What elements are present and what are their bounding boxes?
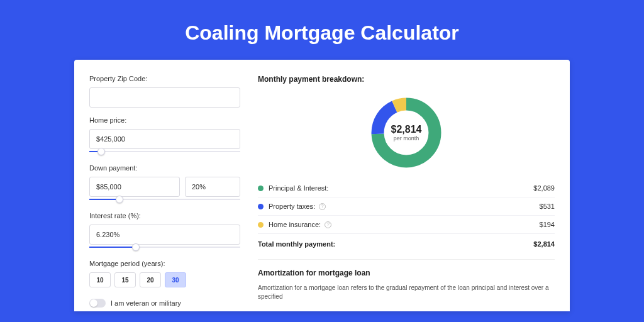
form-panel: Property Zip Code: Home price: Down paym… xyxy=(89,75,240,296)
legend-ins-value: $194 xyxy=(540,221,555,228)
legend-home-insurance: Home insurance: ? $194 xyxy=(258,216,555,234)
help-icon[interactable]: ? xyxy=(325,221,331,228)
legend-property-taxes: Property taxes: ? $531 xyxy=(258,197,555,216)
donut-sublabel: per month xyxy=(394,135,419,142)
period-option-10[interactable]: 10 xyxy=(89,272,111,287)
legend-tax-value: $531 xyxy=(540,203,555,210)
mortgage-period-options: 10152030 xyxy=(89,272,240,287)
home-price-slider[interactable] xyxy=(89,148,240,155)
down-payment-slider[interactable] xyxy=(89,196,240,203)
legend-principal-interest: Principal & Interest: $2,089 xyxy=(258,179,555,197)
interest-rate-input[interactable] xyxy=(89,225,240,245)
legend-total-label: Total monthly payment: xyxy=(258,240,533,248)
mortgage-period-label: Mortgage period (years): xyxy=(89,260,240,267)
legend-total-value: $2,814 xyxy=(533,240,555,248)
payment-donut-chart: $2,814 per month xyxy=(369,95,444,170)
period-option-30[interactable]: 30 xyxy=(165,272,186,287)
down-payment-pct-input[interactable] xyxy=(185,177,240,197)
breakdown-panel: Monthly payment breakdown: $2,814 per mo… xyxy=(258,75,555,296)
donut-amount: $2,814 xyxy=(391,124,422,135)
amortization-title: Amortization for mortgage loan xyxy=(258,269,555,277)
amortization-section: Amortization for mortgage loan Amortizat… xyxy=(258,259,555,301)
amortization-body: Amortization for a mortgage loan refers … xyxy=(258,284,555,301)
calculator-card: Property Zip Code: Home price: Down paym… xyxy=(74,60,570,311)
home-price-label: Home price: xyxy=(89,116,240,124)
interest-rate-label: Interest rate (%): xyxy=(89,212,240,219)
legend-tax-label: Property taxes: xyxy=(269,203,315,210)
period-option-20[interactable]: 20 xyxy=(140,272,161,287)
down-payment-input[interactable] xyxy=(89,177,180,197)
page-title: Coaling Mortgage Calculator xyxy=(0,0,644,60)
zip-input[interactable] xyxy=(89,87,240,108)
veteran-toggle[interactable] xyxy=(89,299,106,308)
legend-total: Total monthly payment: $2,814 xyxy=(258,234,555,257)
legend-ins-label: Home insurance: xyxy=(269,221,321,228)
breakdown-title: Monthly payment breakdown: xyxy=(258,75,555,84)
interest-rate-slider[interactable] xyxy=(89,243,240,251)
period-option-15[interactable]: 15 xyxy=(114,272,136,287)
veteran-label: I am veteran or military xyxy=(111,299,181,307)
legend-pi-value: $2,089 xyxy=(533,184,555,192)
home-price-input[interactable] xyxy=(89,129,240,149)
legend-pi-label: Principal & Interest: xyxy=(269,184,533,192)
zip-label: Property Zip Code: xyxy=(89,75,240,82)
down-payment-label: Down payment: xyxy=(89,164,240,172)
help-icon[interactable]: ? xyxy=(319,203,326,210)
